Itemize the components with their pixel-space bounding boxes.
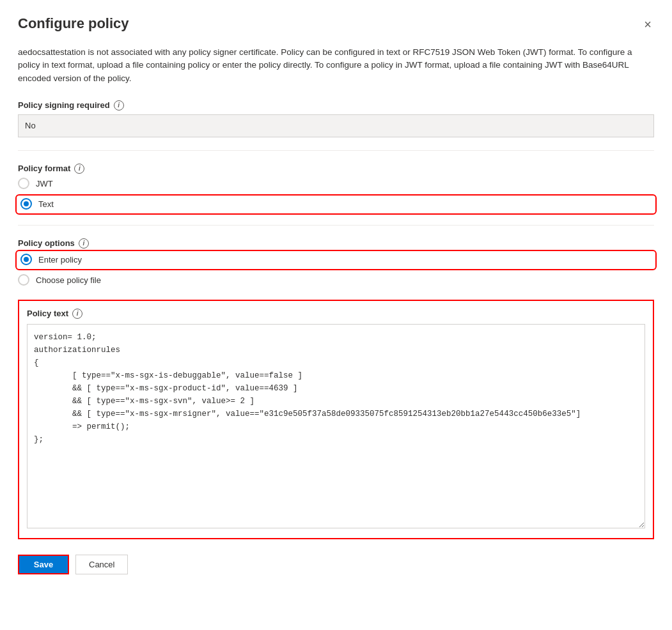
footer-buttons: Save Cancel <box>18 555 654 574</box>
policy-format-text-item[interactable]: Text <box>18 197 654 212</box>
cancel-button[interactable]: Cancel <box>75 555 128 574</box>
policy-options-enter-label: Enter policy <box>38 255 82 265</box>
policy-options-choose-item[interactable]: Choose policy file <box>18 274 654 287</box>
policy-signing-select[interactable]: No Yes <box>18 114 654 137</box>
policy-signing-info-icon: i <box>114 100 124 111</box>
divider-1 <box>18 150 654 151</box>
dialog-title: Configure policy <box>18 15 129 32</box>
policy-format-jwt-radio[interactable] <box>18 178 29 189</box>
policy-text-section: Policy text i version= 1.0; authorizatio… <box>18 300 654 539</box>
policy-format-text-label: Text <box>38 199 54 209</box>
policy-options-label: Policy options i <box>18 238 654 249</box>
policy-signing-group: Policy signing required i No Yes <box>18 100 654 137</box>
policy-options-info-icon: i <box>79 238 89 249</box>
policy-options-enter-radio[interactable] <box>20 254 32 265</box>
policy-format-label: Policy format i <box>18 164 654 174</box>
policy-text-input[interactable]: version= 1.0; authorizationrules { [ typ… <box>27 324 645 528</box>
policy-options-group: Policy options i Enter policy Choose pol… <box>18 238 654 287</box>
save-button[interactable]: Save <box>18 555 69 574</box>
policy-format-info-icon: i <box>74 164 84 174</box>
policy-format-radio-group: JWT Text <box>18 178 654 212</box>
policy-signing-label: Policy signing required i <box>18 100 654 111</box>
dialog-header: Configure policy × <box>18 15 654 33</box>
policy-format-jwt-label: JWT <box>36 179 53 188</box>
close-button[interactable]: × <box>641 15 654 33</box>
divider-2 <box>18 225 654 226</box>
configure-policy-dialog: Configure policy × aedocsattestation is … <box>0 0 672 630</box>
policy-text-label: Policy text i <box>27 309 645 319</box>
policy-options-radio-group: Enter policy Choose policy file <box>18 252 654 287</box>
policy-signing-select-wrapper: No Yes <box>18 114 654 137</box>
policy-format-text-radio-wrap <box>20 198 33 211</box>
policy-format-jwt-radio-wrap <box>18 178 31 190</box>
policy-format-text-radio[interactable] <box>20 198 32 210</box>
policy-options-enter-item[interactable]: Enter policy <box>18 252 654 268</box>
policy-text-info-icon: i <box>72 309 82 319</box>
policy-format-group: Policy format i JWT Text <box>18 164 654 212</box>
policy-format-jwt-item[interactable]: JWT <box>18 178 654 190</box>
dialog-description: aedocsattestation is not associated with… <box>18 46 654 85</box>
policy-options-choose-radio-wrap <box>18 274 31 287</box>
policy-options-choose-label: Choose policy file <box>36 275 101 285</box>
policy-options-enter-radio-wrap <box>20 254 33 266</box>
policy-options-choose-radio[interactable] <box>18 274 29 286</box>
